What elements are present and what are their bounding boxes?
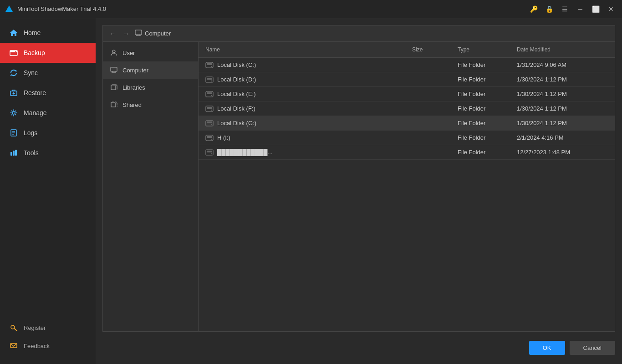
table-row[interactable]: Local Disk (G:)File Folder1/30/2024 1:12… (199, 116, 615, 131)
svg-point-7 (12, 111, 15, 114)
table-row[interactable]: Local Disk (C:)File Folder1/31/2024 9:06… (199, 58, 615, 72)
tools-icon (9, 148, 18, 157)
table-row[interactable]: H (I:)File Folder2/1/2024 4:16 PM (199, 131, 615, 145)
file-name-cell: H (I:) (205, 134, 412, 141)
file-name-cell: Local Disk (D:) (205, 76, 412, 83)
sidebar-item-tools[interactable]: Tools (0, 143, 96, 163)
restore-icon (9, 88, 18, 97)
menu-titlebar-icon[interactable]: ☰ (558, 3, 571, 15)
table-row[interactable]: Local Disk (F:)File Folder1/30/2024 1:12… (199, 101, 615, 116)
svg-line-16 (15, 329, 17, 331)
table-row[interactable]: ████████████...File Folder12/27/2023 1:4… (199, 145, 615, 160)
svg-point-3 (15, 51, 16, 52)
key-titlebar-icon[interactable]: 🔑 (527, 3, 540, 15)
file-type-cell: File Folder (458, 61, 517, 68)
breadcrumb-path: Computer (135, 30, 171, 37)
minimize-button[interactable]: ─ (574, 3, 586, 15)
close-button[interactable]: ✕ (605, 3, 617, 15)
sidebar-label-manage: Manage (24, 109, 47, 116)
sidebar-label-backup: Backup (24, 49, 45, 56)
sidebar-item-logs[interactable]: Logs (0, 123, 96, 143)
ok-button[interactable]: OK (529, 341, 565, 355)
file-name-text: Local Disk (D:) (217, 76, 256, 83)
file-type-cell: File Folder (458, 91, 517, 97)
svg-rect-34 (207, 92, 212, 94)
tree-label-computer: Computer (122, 67, 148, 74)
feedback-icon (9, 341, 18, 350)
tree-item-user[interactable]: User (103, 44, 198, 61)
disk-icon (205, 135, 214, 141)
tree-item-libraries[interactable]: Libraries (103, 79, 198, 96)
manage-icon (9, 108, 18, 117)
tree-label-libraries: Libraries (122, 84, 145, 91)
file-name-text: Local Disk (F:) (217, 105, 255, 112)
tree-label-user: User (122, 50, 135, 56)
file-name-text: ████████████... (217, 149, 272, 156)
monitor-icon (135, 30, 142, 37)
sidebar-item-restore[interactable]: Restore (0, 83, 96, 103)
shared-tree-icon (110, 101, 118, 109)
file-date-cell: 12/27/2023 1:48 PM (517, 149, 608, 156)
file-name-cell: Local Disk (G:) (205, 120, 412, 126)
back-button[interactable]: ← (107, 29, 117, 39)
feedback-label: Feedback (24, 343, 50, 349)
file-list-header: Name Size Type Date Modified (199, 42, 615, 58)
tree-label-shared: Shared (122, 101, 142, 108)
app-body: Home Backup (0, 18, 622, 364)
file-type-cell: File Folder (458, 120, 517, 126)
sidebar-label-tools: Tools (24, 149, 39, 157)
file-type-cell: File Folder (458, 149, 517, 156)
file-name-cell: Local Disk (F:) (205, 105, 412, 112)
svg-point-47 (211, 153, 212, 154)
file-date-cell: 1/30/2024 1:12 PM (517, 105, 608, 112)
forward-button[interactable]: → (121, 29, 131, 39)
backup-icon (9, 48, 18, 57)
tree-item-computer[interactable]: Computer (103, 61, 198, 79)
table-row[interactable]: Local Disk (D:)File Folder1/30/2024 1:12… (199, 72, 615, 87)
sidebar-item-backup[interactable]: Backup (0, 43, 96, 63)
svg-rect-43 (207, 136, 212, 138)
table-row[interactable]: Local Disk (E:)File Folder1/30/2024 1:12… (199, 87, 615, 101)
svg-point-38 (211, 109, 212, 110)
sidebar-nav: Home Backup (0, 23, 96, 314)
file-date-cell: 1/31/2024 9:06 AM (517, 61, 608, 68)
svg-point-35 (211, 95, 212, 96)
browser-body: User Computer (103, 42, 615, 331)
svg-rect-40 (207, 121, 212, 123)
sync-icon (9, 68, 18, 77)
svg-marker-0 (5, 5, 13, 12)
cancel-button[interactable]: Cancel (570, 341, 615, 355)
titlebar: MiniTool ShadowMaker Trial 4.4.0 🔑 🔒 ☰ ─… (0, 0, 622, 18)
disk-icon (205, 149, 214, 156)
file-list: Name Size Type Date Modified Local Disk … (199, 42, 615, 331)
svg-rect-46 (207, 151, 212, 152)
register-key-icon (9, 323, 18, 332)
window-controls: 🔑 🔒 ☰ ─ ⬜ ✕ (527, 3, 617, 15)
user-tree-icon (110, 49, 118, 57)
feedback-button[interactable]: Feedback (0, 337, 96, 355)
disk-icon (205, 76, 214, 83)
action-bar: OK Cancel (102, 339, 615, 357)
tree-item-shared[interactable]: Shared (103, 96, 198, 113)
svg-rect-12 (10, 152, 12, 156)
maximize-button[interactable]: ⬜ (589, 3, 602, 15)
header-date: Date Modified (517, 46, 608, 54)
file-date-cell: 1/30/2024 1:12 PM (517, 91, 608, 97)
file-type-cell: File Folder (458, 134, 517, 141)
computer-tree-icon (110, 66, 118, 74)
sidebar-item-manage[interactable]: Manage (0, 103, 96, 123)
svg-rect-28 (207, 63, 212, 65)
svg-rect-14 (15, 150, 17, 156)
logs-icon (9, 128, 18, 137)
file-name-text: H (I:) (217, 134, 230, 141)
lock-titlebar-icon[interactable]: 🔒 (543, 3, 556, 15)
app-logo (5, 5, 14, 14)
main-content: ← → Computer (96, 18, 622, 364)
register-button[interactable]: Register (0, 318, 96, 337)
sidebar-item-home[interactable]: Home (0, 23, 96, 43)
register-label: Register (24, 324, 46, 331)
file-browser: ← → Computer (102, 25, 615, 332)
sidebar-item-sync[interactable]: Sync (0, 63, 96, 83)
file-type-cell: File Folder (458, 105, 517, 112)
file-date-cell: 2/1/2024 4:16 PM (517, 134, 608, 141)
